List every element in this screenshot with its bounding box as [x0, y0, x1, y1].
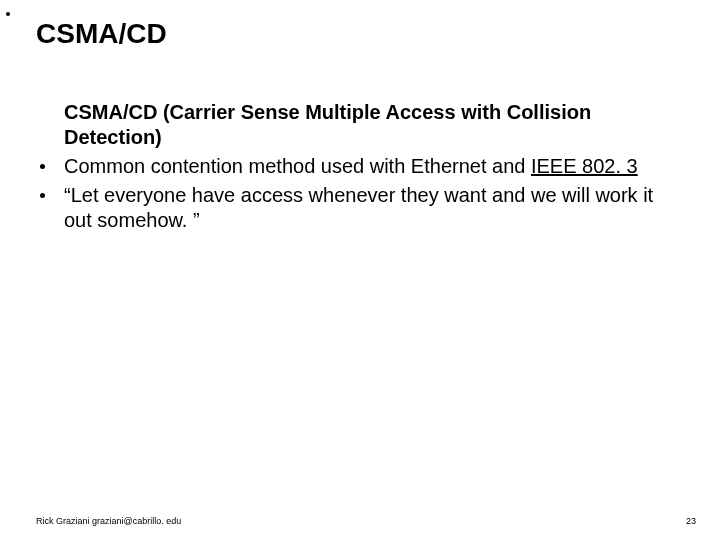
- page-number: 23: [686, 516, 696, 526]
- footer-author: Rick Graziani graziani@cabrillo. edu: [36, 516, 181, 526]
- corner-bullet-icon: [6, 12, 10, 16]
- slide-title: CSMA/CD: [36, 18, 167, 50]
- bullet-icon: [40, 193, 45, 198]
- intro-paragraph: CSMA/CD (Carrier Sense Multiple Access w…: [36, 100, 684, 150]
- bullet-list: Common contention method used with Ether…: [36, 154, 684, 233]
- slide: CSMA/CD CSMA/CD (Carrier Sense Multiple …: [0, 0, 720, 540]
- list-item: Common contention method used with Ether…: [36, 154, 684, 179]
- bullet-text-pre: Common contention method used with Ether…: [64, 155, 531, 177]
- bullet-text-underlined: IEEE 802. 3: [531, 155, 638, 177]
- bullet-icon: [40, 164, 45, 169]
- slide-body: CSMA/CD (Carrier Sense Multiple Access w…: [36, 100, 684, 237]
- list-item: “Let everyone have access whenever they …: [36, 183, 684, 233]
- bullet-text-pre: “Let everyone have access whenever they …: [64, 184, 653, 231]
